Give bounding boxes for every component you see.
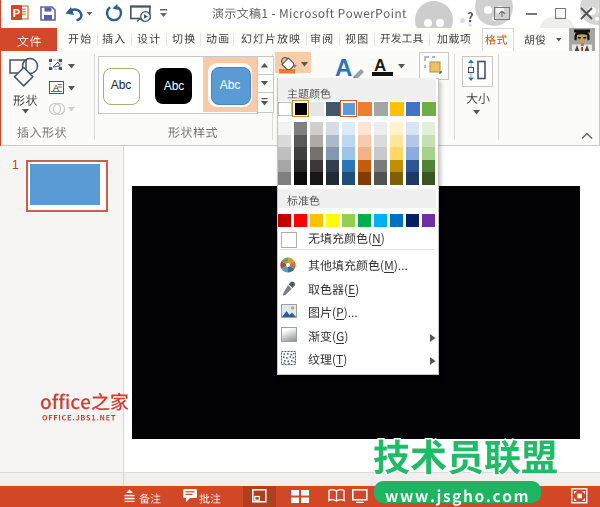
svg-text:P: P <box>13 7 20 19</box>
